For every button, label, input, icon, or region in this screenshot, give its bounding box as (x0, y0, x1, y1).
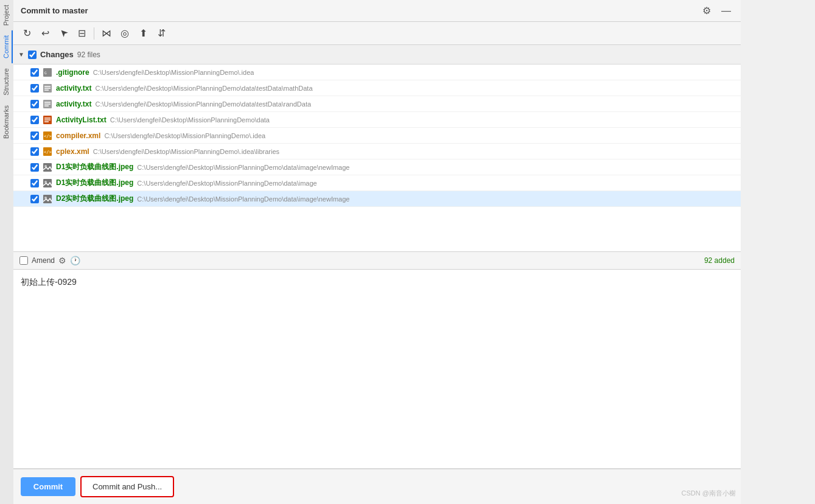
rollback-icon: ↩ (41, 27, 49, 39)
commit-button[interactable]: Commit (21, 477, 75, 496)
file-type-icon (43, 163, 52, 172)
file-name: activity.txt (56, 100, 91, 108)
pull-icon: ⇵ (158, 27, 166, 39)
file-name: cplex.xml (56, 147, 89, 156)
diff-icon: ⊟ (78, 27, 86, 39)
push-button[interactable]: ⬆ (135, 25, 152, 42)
file-path: C:\Users\dengfei\Desktop\MissionPlanning… (104, 132, 265, 139)
file-type-icon: G (43, 68, 52, 77)
sidebar-item-structure[interactable]: Structure (1, 63, 13, 100)
file-path: C:\Users\dengfei\Desktop\MissionPlanning… (137, 164, 349, 171)
file-path: C:\Users\dengfei\Desktop\MissionPlanning… (95, 85, 312, 92)
svg-text:</>: </> (44, 134, 52, 139)
commit-message-area[interactable]: 初始上传-0929 (13, 270, 741, 469)
file-name: D2实时负载曲线图.jpeg (56, 194, 133, 204)
table-row[interactable]: </> compiler.xml C:\Users\dengfei\Deskto… (13, 128, 741, 144)
svg-text:</>: </> (44, 150, 52, 155)
file-path: C:\Users\dengfei\Desktop\MissionPlanning… (110, 116, 270, 124)
rollback-button[interactable]: ↩ (37, 25, 54, 42)
commit-message-text: 初始上传-0929 (21, 276, 733, 289)
file-checkbox[interactable] (30, 100, 39, 108)
sidebar-item-commit[interactable]: Commit (1, 30, 13, 63)
table-row[interactable]: D1实时负载曲线图.jpeg C:\Users\dengfei\Desktop\… (13, 175, 741, 191)
side-tabs: Project Commit Structure Bookmarks (0, 0, 13, 504)
amend-history-icon[interactable]: 🕐 (70, 256, 80, 265)
minimize-icon: — (721, 5, 731, 16)
file-type-icon: </> (43, 147, 52, 156)
toolbar-separator-1 (94, 27, 94, 40)
view-button[interactable]: ◎ (116, 25, 133, 42)
file-name: ActivityList.txt (56, 116, 107, 124)
title-bar: Commit to master ⚙ — (13, 0, 741, 22)
file-path: C:\Users\dengfei\Desktop\MissionPlanning… (137, 195, 349, 203)
file-name: D1实时负载曲线图.jpeg (56, 162, 133, 172)
view-icon: ◎ (121, 27, 129, 39)
file-type-icon (43, 194, 52, 204)
file-path: C:\Users\dengfei\Desktop\MissionPlanning… (93, 69, 254, 76)
table-row[interactable]: ActivityList.txt C:\Users\dengfei\Deskto… (13, 112, 741, 128)
commit-and-push-button[interactable]: Commit and Push... (80, 476, 174, 497)
title-actions: ⚙ — (699, 4, 733, 18)
changes-label: Changes (40, 50, 74, 59)
changes-checkbox[interactable] (28, 51, 37, 59)
table-row[interactable]: D1实时负载曲线图.jpeg C:\Users\dengfei\Desktop\… (13, 159, 741, 175)
file-path: C:\Users\dengfei\Desktop\MissionPlanning… (93, 148, 279, 155)
main-panel: Commit to master ⚙ — ↻ ↩ ➤ ⊟ ⋈ ◎ (13, 0, 741, 504)
expand-arrow[interactable]: ▼ (18, 51, 24, 58)
branch-icon: ⋈ (102, 27, 111, 39)
file-path: C:\Users\dengfei\Desktop\MissionPlanning… (137, 180, 317, 187)
file-type-icon: </> (43, 131, 52, 141)
file-type-icon (43, 178, 52, 188)
file-checkbox[interactable] (30, 68, 39, 77)
diff-button[interactable]: ⊟ (73, 25, 90, 42)
table-row[interactable]: G .gitignore C:\Users\dengfei\Desktop\Mi… (13, 65, 741, 80)
amend-label: Amend (32, 256, 55, 265)
amend-checkbox[interactable] (19, 256, 28, 265)
svg-text:G: G (44, 71, 47, 75)
added-count-badge: 92 added (704, 256, 735, 265)
changes-count: 92 files (77, 51, 100, 59)
update-icon: ➤ (57, 26, 71, 40)
file-name: .gitignore (56, 68, 89, 77)
action-bar: Commit Commit and Push... (13, 469, 741, 504)
toolbar: ↻ ↩ ➤ ⊟ ⋈ ◎ ⬆ ⇵ (13, 22, 741, 45)
file-checkbox[interactable] (30, 179, 39, 187)
file-type-icon (43, 115, 52, 125)
sidebar-item-bookmarks[interactable]: Bookmarks (1, 100, 13, 144)
file-type-icon (43, 99, 52, 109)
sidebar-item-project[interactable]: Project (1, 0, 13, 30)
file-checkbox[interactable] (30, 147, 39, 156)
file-path: C:\Users\dengfei\Desktop\MissionPlanning… (95, 100, 311, 108)
pull-button[interactable]: ⇵ (153, 25, 170, 42)
file-checkbox[interactable] (30, 163, 39, 172)
refresh-icon: ↻ (23, 27, 31, 39)
window-title: Commit to master (21, 6, 88, 15)
table-row[interactable]: </> cplex.xml C:\Users\dengfei\Desktop\M… (13, 144, 741, 159)
file-type-icon (43, 83, 52, 93)
minimize-btn[interactable]: — (719, 4, 733, 18)
amend-bar: Amend ⚙ 🕐 92 added (13, 251, 741, 270)
push-icon: ⬆ (139, 27, 147, 39)
table-row[interactable]: activity.txt C:\Users\dengfei\Desktop\Mi… (13, 96, 741, 112)
file-name: D1实时负载曲线图.jpeg (56, 178, 133, 188)
refresh-button[interactable]: ↻ (18, 25, 35, 42)
gear-icon: ⚙ (702, 5, 711, 16)
file-checkbox[interactable] (30, 84, 39, 93)
file-list[interactable]: G .gitignore C:\Users\dengfei\Desktop\Mi… (13, 65, 741, 251)
file-checkbox[interactable] (30, 195, 39, 203)
file-name: activity.txt (56, 84, 91, 93)
update-button[interactable]: ➤ (55, 25, 72, 42)
table-row[interactable]: D2实时负载曲线图.jpeg C:\Users\dengfei\Desktop\… (13, 191, 741, 207)
table-row[interactable]: activity.txt C:\Users\dengfei\Desktop\Mi… (13, 80, 741, 96)
file-name: compiler.xml (56, 131, 100, 140)
changes-header: ▼ Changes 92 files (13, 45, 741, 65)
file-checkbox[interactable] (30, 116, 39, 124)
watermark: CSDN @南音小榭 (682, 489, 736, 498)
settings-icon-btn[interactable]: ⚙ (699, 4, 714, 18)
branch-button[interactable]: ⋈ (98, 25, 115, 42)
amend-settings-icon[interactable]: ⚙ (58, 256, 66, 265)
file-checkbox[interactable] (30, 131, 39, 140)
